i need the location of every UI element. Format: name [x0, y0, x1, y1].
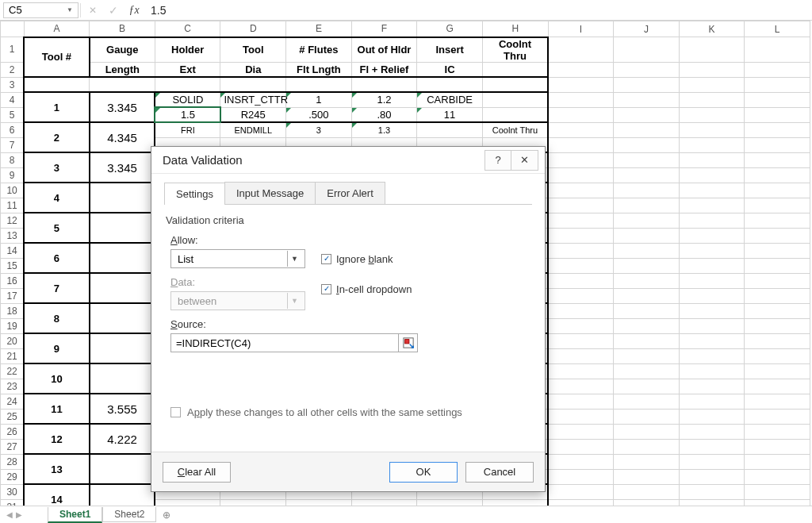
cell[interactable] [351, 77, 417, 92]
cell[interactable] [614, 318, 680, 333]
cell[interactable] [548, 77, 614, 92]
cell[interactable]: .80 [351, 107, 417, 122]
cell[interactable] [679, 92, 745, 107]
cell[interactable] [745, 243, 810, 258]
cell[interactable]: 3 [286, 122, 352, 137]
cell[interactable]: 3.345 [90, 92, 155, 122]
col-header[interactable]: I [548, 21, 614, 37]
cell[interactable] [745, 213, 810, 228]
cell[interactable] [614, 454, 680, 469]
row-header[interactable]: 8 [1, 152, 25, 167]
cell[interactable] [745, 454, 810, 469]
enter-icon[interactable]: ✓ [103, 2, 124, 19]
row-header[interactable]: 6 [1, 122, 25, 137]
cell[interactable] [679, 167, 745, 183]
cell[interactable] [548, 379, 614, 394]
cell[interactable] [548, 288, 614, 303]
close-icon[interactable]: ✕ [511, 150, 538, 171]
cell[interactable] [745, 469, 810, 484]
cell[interactable]: Tool [220, 37, 286, 63]
cell[interactable] [90, 243, 155, 273]
cell[interactable] [548, 243, 614, 258]
row-header[interactable]: 13 [1, 228, 25, 243]
cell[interactable]: Coolnt Thru [482, 37, 548, 63]
cell[interactable] [614, 152, 680, 167]
cell[interactable] [90, 77, 155, 92]
cell[interactable] [679, 198, 745, 213]
range-picker-icon[interactable] [399, 333, 418, 352]
cell[interactable] [679, 37, 745, 63]
cell[interactable] [745, 409, 810, 424]
cell[interactable] [745, 258, 810, 273]
cell[interactable] [745, 424, 810, 439]
row-header[interactable]: 23 [1, 379, 25, 394]
cell[interactable] [548, 183, 614, 198]
cell[interactable] [548, 469, 614, 484]
col-header[interactable]: H [482, 21, 548, 37]
cell[interactable] [679, 183, 745, 198]
cell[interactable] [745, 273, 810, 288]
cell[interactable] [745, 288, 810, 303]
row-header[interactable]: 4 [1, 92, 25, 107]
cell[interactable] [679, 363, 745, 379]
cell[interactable] [548, 198, 614, 213]
cell[interactable] [548, 107, 614, 122]
cell[interactable]: IC [417, 62, 483, 77]
cell[interactable]: Out of Hldr [351, 37, 417, 63]
cell[interactable]: SOLID [155, 92, 220, 107]
cell[interactable] [548, 348, 614, 363]
cell[interactable]: 3.345 [90, 152, 155, 183]
cell[interactable] [548, 409, 614, 424]
cell[interactable] [286, 77, 352, 92]
cell[interactable] [679, 439, 745, 454]
cell[interactable] [548, 167, 614, 183]
cell[interactable] [679, 213, 745, 228]
cell[interactable] [548, 62, 614, 77]
cell[interactable] [679, 122, 745, 137]
row-header[interactable]: 17 [1, 288, 25, 303]
cell[interactable]: 1.2 [351, 92, 417, 107]
cell[interactable] [90, 273, 155, 303]
cell[interactable] [679, 243, 745, 258]
cell[interactable]: Insert [417, 37, 483, 63]
cell[interactable]: 2 [24, 122, 90, 152]
dialog-titlebar[interactable]: Data Validation ? ✕ [151, 147, 545, 174]
cell[interactable]: .500 [286, 107, 352, 122]
cell[interactable] [745, 167, 810, 183]
col-header[interactable]: B [90, 21, 155, 37]
cell[interactable]: 4 [24, 183, 90, 213]
cell[interactable] [679, 333, 745, 348]
col-header[interactable]: D [220, 21, 286, 37]
cell[interactable] [548, 37, 614, 63]
cell[interactable]: 10 [24, 363, 90, 394]
cell[interactable] [679, 484, 745, 499]
cell[interactable] [745, 318, 810, 333]
cell[interactable] [482, 92, 548, 107]
cell[interactable] [548, 92, 614, 107]
cell[interactable]: 11 [24, 394, 90, 424]
cell[interactable] [745, 62, 810, 77]
new-sheet-icon[interactable]: ⊕ [156, 508, 177, 522]
cell[interactable] [679, 258, 745, 273]
cell[interactable] [90, 183, 155, 213]
cell[interactable] [745, 348, 810, 363]
cell[interactable]: INSRT_CTTR [220, 92, 286, 107]
cell[interactable] [614, 303, 680, 318]
cell[interactable] [745, 484, 810, 499]
row-header[interactable]: 16 [1, 273, 25, 288]
help-icon[interactable]: ? [485, 150, 511, 171]
cell[interactable]: Dia [220, 62, 286, 77]
row-header[interactable]: 9 [1, 167, 25, 183]
cell[interactable] [614, 228, 680, 243]
cell[interactable] [614, 363, 680, 379]
cell[interactable]: CARBIDE [417, 92, 483, 107]
cell[interactable] [679, 273, 745, 288]
active-cell[interactable]: 1.5 [155, 107, 220, 122]
row-header[interactable]: 3 [1, 77, 25, 92]
row-header[interactable]: 24 [1, 394, 25, 409]
cell[interactable] [745, 152, 810, 167]
cell[interactable]: Gauge [90, 37, 155, 63]
cell[interactable] [220, 77, 286, 92]
cell[interactable] [614, 439, 680, 454]
cell[interactable] [548, 213, 614, 228]
